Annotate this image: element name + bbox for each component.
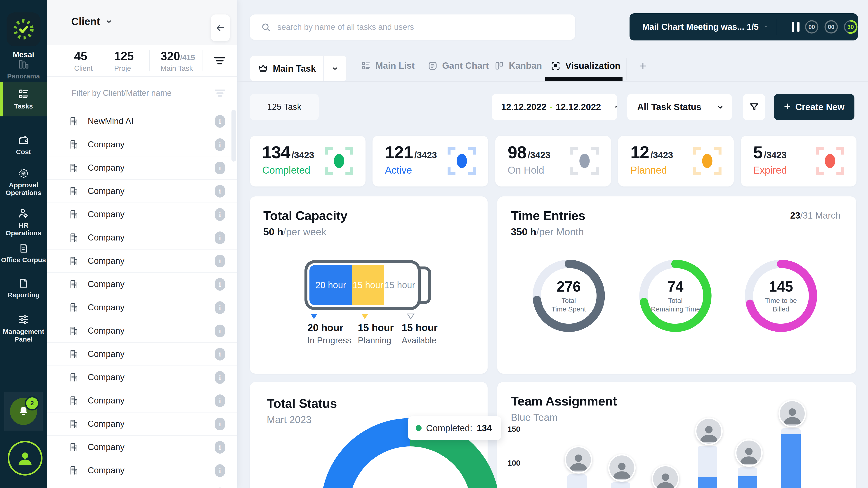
member-avatar[interactable] [695, 418, 723, 445]
member-avatar[interactable] [778, 400, 806, 427]
bar-assigned[interactable] [698, 477, 717, 488]
company-list-item[interactable]: Companyi [47, 296, 237, 319]
arrow-left-icon [215, 23, 225, 33]
member-avatar[interactable] [608, 454, 636, 482]
sliders-icon [18, 314, 29, 326]
info-icon[interactable]: i [215, 232, 225, 244]
tab-kanban[interactable]: Kanban [494, 61, 542, 71]
info-icon[interactable]: i [215, 418, 225, 430]
company-list-item[interactable]: Companyi [47, 226, 237, 249]
info-icon[interactable]: i [215, 162, 225, 174]
company-list-item[interactable]: Companyi [47, 319, 237, 343]
info-icon[interactable]: i [215, 208, 225, 221]
sidebar-item-panorama[interactable]: Panorama [0, 58, 47, 80]
date-range-picker[interactable]: 12.12.2022 - 12.12.2022 [492, 94, 617, 120]
company-list-item[interactable]: Companyi [47, 273, 237, 296]
report-page-icon [18, 278, 29, 289]
chevron-down-icon[interactable] [765, 23, 768, 31]
info-icon[interactable]: i [215, 441, 225, 454]
info-icon[interactable]: i [215, 138, 225, 151]
company-list-item[interactable]: Companyi [47, 133, 237, 156]
sidebar-item-cost[interactable]: Cost [0, 134, 47, 156]
person-gear-icon [18, 208, 29, 219]
bar-capacity[interactable] [567, 474, 587, 488]
tab-visualization[interactable]: Visualization [550, 61, 620, 71]
company-list-item[interactable]: Companyi [47, 459, 237, 482]
company-list-item[interactable]: NewMind AIi [47, 110, 237, 133]
user-avatar[interactable] [8, 441, 42, 476]
add-tab-button[interactable]: + [639, 61, 647, 71]
company-list-item[interactable]: Companyi [47, 156, 237, 180]
collapse-panel-button[interactable] [211, 14, 230, 41]
main-task-selector[interactable]: Main Task [250, 55, 347, 82]
company-list-item[interactable]: Companyi [47, 249, 237, 273]
status-filter-value: All Task Status [637, 102, 702, 112]
app-name: Mesai [0, 50, 47, 59]
info-icon[interactable]: i [215, 371, 225, 384]
sidebar-item-approval-operations[interactable]: Approval Operations [0, 168, 47, 196]
card-title: Total Status [267, 396, 337, 411]
info-icon[interactable]: i [215, 278, 225, 291]
calendar-icon [615, 101, 617, 113]
info-icon[interactable]: i [215, 464, 225, 477]
create-new-button[interactable]: + Create New [774, 94, 855, 120]
status-card-expired[interactable]: 5/3423 Expired [741, 135, 857, 186]
client-selector[interactable]: Client [71, 16, 113, 28]
member-avatar[interactable] [735, 439, 763, 467]
mesai-logo[interactable] [6, 12, 40, 46]
info-icon[interactable]: i [215, 301, 225, 314]
company-list-item[interactable]: Companyi [47, 389, 237, 413]
info-icon[interactable]: i [215, 394, 225, 407]
status-card-completed[interactable]: 134/3423 Completed [250, 135, 366, 186]
company-list-item[interactable]: Companyi [47, 203, 237, 226]
info-icon[interactable]: i [215, 185, 225, 197]
status-card-active[interactable]: 121/3423 Active [373, 135, 488, 186]
pause-button[interactable] [792, 22, 800, 32]
search-input[interactable] [277, 22, 549, 32]
main-task-dropdown[interactable] [323, 56, 346, 81]
sidebar-item-tasks[interactable]: Tasks [0, 82, 47, 116]
list-scrollbar[interactable] [231, 110, 236, 162]
bar-assigned[interactable] [738, 476, 757, 488]
info-icon[interactable]: i [215, 325, 225, 337]
status-card-planned[interactable]: 12/3423 Planned [618, 135, 734, 186]
member-avatar[interactable] [652, 465, 679, 488]
task-status-dropdown[interactable]: All Task Status [627, 94, 732, 120]
marker-planning-icon [361, 313, 369, 319]
notifications-button[interactable]: 2 [4, 392, 43, 431]
client-filter-input[interactable] [71, 88, 199, 98]
company-list-item[interactable]: Companyi [47, 413, 237, 436]
viewfinder-dot-icon [324, 146, 354, 176]
create-new-label: Create New [795, 102, 844, 112]
company-list-item[interactable]: Companyi [47, 366, 237, 389]
status-card-on-hold[interactable]: 98/3423 On Hold [495, 135, 611, 186]
client-panel-header: Client [47, 0, 237, 45]
building-icon [69, 396, 79, 406]
total-status-card: Total Status Mart 2023 Completed: 134 [250, 382, 488, 488]
company-name: Company [88, 419, 125, 429]
tab-main-list[interactable]: Main List [361, 61, 414, 71]
gant-chart-icon [428, 61, 438, 71]
tab-gant-chart[interactable]: Gant Chart [428, 61, 489, 71]
status-label: Completed [262, 164, 310, 176]
sidebar-item-office-corpus[interactable]: Office Corpus [0, 243, 47, 264]
info-icon[interactable]: i [215, 255, 225, 267]
company-list-item[interactable]: Companyi [47, 436, 237, 459]
company-list-item[interactable]: Companyi [47, 180, 237, 203]
company-list-item[interactable]: Companyi [47, 482, 237, 488]
bar-assigned[interactable] [781, 434, 801, 488]
info-icon[interactable]: i [215, 115, 225, 128]
sidebar-item-hr-operations[interactable]: HR Operations [0, 208, 47, 237]
filter-lines-light-icon[interactable] [213, 86, 227, 100]
sidebar-item-management-panel[interactable]: Management Panel [0, 314, 47, 343]
sidebar-item-reporting[interactable]: Reporting [0, 278, 47, 299]
member-avatar[interactable] [565, 446, 592, 474]
info-icon[interactable]: i [215, 348, 225, 361]
client-filter-row [47, 77, 237, 110]
meeting-widget[interactable]: Mail Chart Meeting was... 1/5 00 00 30 [629, 13, 858, 40]
bar-capacity[interactable] [611, 482, 630, 488]
company-name: Company [88, 372, 125, 382]
company-list-item[interactable]: Companyi [47, 343, 237, 366]
list-filter-button[interactable] [213, 53, 227, 68]
advanced-filter-button[interactable] [743, 94, 765, 120]
